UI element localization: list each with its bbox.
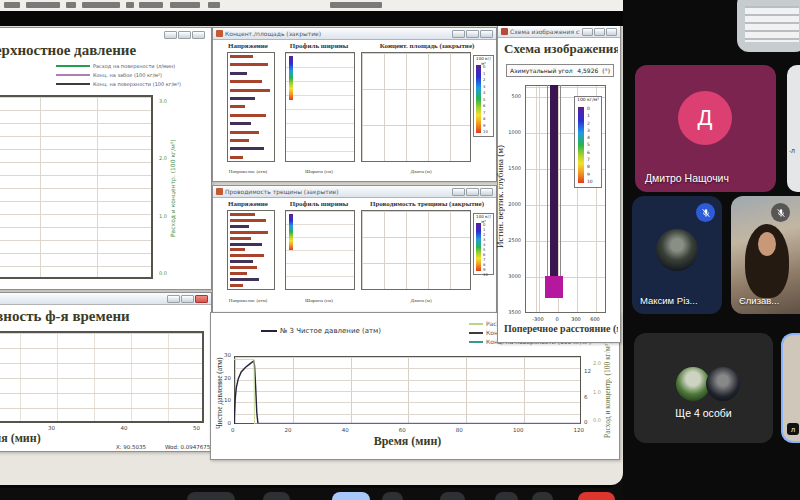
bar	[230, 89, 270, 92]
bar	[230, 260, 253, 263]
tick: 2.0	[155, 155, 167, 161]
tick: 1.0	[155, 213, 167, 219]
tick: 1.0	[593, 389, 602, 395]
participant-tile-maksym[interactable]: Максим Різ...	[632, 196, 722, 314]
x-axis-ticks: 020406080100120	[231, 427, 584, 433]
participant-tile-partial-top[interactable]	[737, 0, 800, 52]
participant-tile-dmytro[interactable]: Д Дмитро Нащочич	[635, 65, 776, 192]
tick: 1	[483, 71, 493, 76]
maximize-button[interactable]	[178, 31, 191, 39]
x-axis-label-stress: Напряжение (атм)	[219, 298, 277, 303]
window-title: Концент./площадь (закрытие)	[225, 30, 321, 37]
leave-call-button[interactable]	[578, 492, 615, 500]
raise-hand-control-button[interactable]	[495, 492, 518, 500]
x-tick: 0	[550, 316, 564, 322]
maximize-button[interactable]	[594, 28, 605, 36]
avatar: Д	[678, 91, 732, 145]
window-title: Схема изображения ств...	[510, 28, 580, 35]
close-button[interactable]	[195, 295, 208, 303]
chart-title: Схема изображения ствола	[504, 41, 618, 57]
participants-panel: Д Дмитро Нащочич -Л Максим Різ...	[623, 0, 800, 500]
azimuth-value: 4,5926	[577, 67, 598, 74]
bar	[230, 72, 247, 75]
participant-name: -Л	[789, 148, 795, 154]
window-efficiency-vs-time[interactable]: Эффективность ф-я времени 304050 Время (…	[0, 292, 212, 452]
x-axis-label-width: Ширина (см)	[281, 169, 357, 174]
window-controls	[164, 31, 205, 39]
bar	[230, 55, 253, 58]
tick: 4	[587, 135, 599, 140]
bar	[230, 105, 245, 108]
bar	[230, 243, 262, 246]
tick: 1000	[506, 129, 521, 135]
close-button[interactable]	[606, 28, 617, 36]
tick: 7	[483, 110, 493, 115]
wellbore-trajectory	[550, 85, 558, 297]
right-axis-ticks-green: 2.01.00.0	[593, 360, 602, 423]
x-tick: 300	[569, 316, 583, 322]
participant-tile-partial-bottom[interactable]: л	[781, 333, 800, 443]
participant-tile-yelyzav[interactable]: Єлизав...	[731, 196, 800, 314]
minimize-button[interactable]	[452, 188, 465, 196]
participant-tile-partial-right[interactable]: -Л	[787, 65, 800, 192]
tick: 1500	[506, 165, 521, 171]
minimize-button[interactable]	[164, 31, 177, 39]
top-bar-text-blur	[66, 2, 76, 8]
tick: 500	[506, 93, 521, 99]
bar	[230, 139, 249, 142]
minimize-button[interactable]	[167, 295, 180, 303]
maximize-button[interactable]	[466, 188, 479, 196]
minimize-button[interactable]	[582, 28, 593, 36]
window-titlebar[interactable]: Схема изображения ств...	[498, 26, 620, 38]
reactions-control-button[interactable]	[382, 492, 403, 500]
window-concentration-area[interactable]: Концент./площадь (закрытие) Напряжение П…	[212, 27, 497, 182]
window-controls	[452, 30, 493, 38]
top-bar-text-blur	[26, 2, 60, 8]
maximize-button[interactable]	[181, 295, 194, 303]
close-button[interactable]	[192, 31, 205, 39]
tick: 4	[483, 90, 493, 95]
window-fracture-conductivity[interactable]: Проводимость трещины (закрытие) Напряжен…	[212, 185, 497, 313]
tick: 3	[587, 128, 599, 133]
tick: 10	[219, 397, 231, 403]
tick: 10	[483, 129, 493, 134]
conductivity-plot	[361, 210, 471, 290]
bar	[230, 254, 264, 257]
width-profile-plot	[285, 52, 355, 162]
participant-name: Дмитро Нащочич	[645, 172, 729, 184]
tick: 2500	[506, 237, 521, 243]
window-wellbore-schematic[interactable]: Схема изображения ств... Схема изображен…	[497, 26, 621, 343]
status-y-readout: Wod: 0.0947675	[165, 444, 210, 450]
mic-control-button[interactable]	[187, 492, 235, 500]
captions-control-button[interactable]	[332, 492, 370, 500]
tick: 6	[587, 150, 599, 155]
window-titlebar[interactable]: Концент./площадь (закрытие)	[213, 28, 496, 40]
x-tick: -300	[531, 316, 545, 322]
close-button[interactable]	[480, 30, 493, 38]
participant-video	[758, 232, 776, 256]
tick: 7	[587, 157, 599, 162]
more-options-control-button[interactable]	[532, 492, 553, 500]
window-titlebar[interactable]: Проводимость трещины (закрытие)	[213, 186, 496, 198]
close-button[interactable]	[480, 188, 493, 196]
top-bar-text-blur	[139, 2, 163, 8]
present-control-button[interactable]	[440, 492, 465, 500]
minimize-button[interactable]	[452, 30, 465, 38]
tick: 2.0	[593, 360, 602, 366]
right-axis-label: Расход и концентр. (100 кг/м³)	[169, 123, 176, 253]
window-titlebar[interactable]	[0, 293, 211, 305]
participant-name: Максим Різ...	[640, 295, 698, 306]
right-axis-ticks-black: 1260	[584, 368, 592, 425]
window-controls	[167, 295, 208, 303]
more-participants-tile[interactable]: Ще 4 особи	[634, 333, 773, 443]
panel-header-main: Проводимость трещины (закрытие)	[361, 200, 493, 208]
colorbar-title: 100 кг/м³	[575, 97, 601, 102]
browser-top-bar	[0, 0, 633, 11]
status-x-readout: X: 90.5035	[116, 444, 146, 450]
y-axis-ticks: 500100015002000250030003500	[506, 93, 521, 315]
camera-control-button[interactable]	[263, 492, 290, 500]
concentration-area-plot	[361, 52, 471, 162]
tick: 2000	[506, 201, 521, 207]
window-surface-pressure[interactable]: Поверхностное давление Расход на поверхн…	[0, 27, 212, 290]
maximize-button[interactable]	[466, 30, 479, 38]
